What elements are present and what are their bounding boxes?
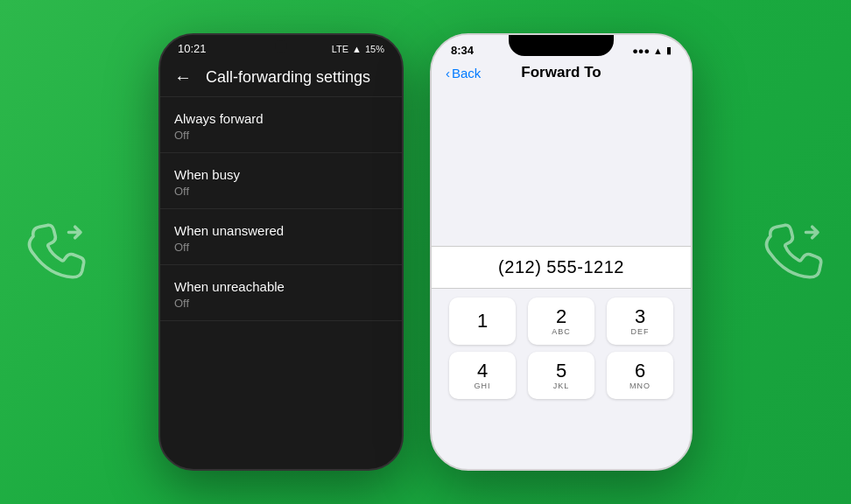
iphone-phone-number-display: (212) 555-1212 (498, 257, 624, 276)
android-menu-item-value: Off (174, 129, 388, 142)
iphone-time: 8:34 (451, 44, 474, 57)
key-number: 1 (477, 312, 488, 331)
bg-phone-forward-right-icon (755, 213, 833, 291)
android-menu-item[interactable]: Always forwardOff (160, 97, 402, 153)
android-status-icons: LTE ▲ 15% (332, 44, 384, 54)
android-menu-item-label: Always forward (174, 111, 388, 126)
keypad-key[interactable]: 4GHI (449, 352, 516, 399)
iphone-wifi-icon: ▲ (653, 46, 663, 56)
key-number: 2 (556, 307, 566, 326)
iphone-empty-area (432, 88, 691, 246)
iphone-notch (509, 35, 614, 56)
iphone-status-icons: ●●● ▲ ▮ (632, 45, 672, 56)
android-menu-item[interactable]: When unansweredOff (160, 209, 402, 265)
keypad-key[interactable]: 3DEF (607, 298, 673, 345)
keypad-grid: 12ABC3DEF4GHI5JKL6MNO (449, 298, 673, 399)
key-letters: GHI (474, 382, 490, 390)
keypad-key[interactable]: 6MNO (607, 352, 673, 399)
chevron-left-icon: ‹ (446, 66, 450, 80)
keypad-key[interactable]: 5JKL (528, 352, 594, 399)
android-menu-item[interactable]: When unreachableOff (160, 265, 402, 321)
iphone-nav-bar: ‹ Back Forward To (432, 60, 691, 88)
key-number: 5 (556, 361, 566, 381)
key-letters: ABC (552, 327, 571, 336)
phones-container: 10:21 LTE ▲ 15% ← Call-forwarding settin… (158, 33, 693, 471)
android-phone: 10:21 LTE ▲ 15% ← Call-forwarding settin… (158, 33, 404, 471)
android-menu-item-label: When unanswered (174, 223, 388, 238)
android-menu-item-value: Off (174, 297, 388, 310)
android-menu-item-label: When busy (174, 167, 388, 182)
key-number: 6 (635, 361, 645, 381)
key-letters: DEF (631, 327, 650, 336)
iphone-back-label: Back (452, 66, 481, 80)
android-battery: 15% (365, 44, 384, 54)
android-menu-item[interactable]: When busyOff (160, 153, 402, 209)
android-header: ← Call-forwarding settings (160, 59, 402, 97)
keypad-row: 12ABC3DEF (449, 298, 673, 345)
keypad-key[interactable]: 1 (449, 298, 516, 345)
key-letters: MNO (629, 382, 651, 390)
android-menu-item-value: Off (174, 241, 388, 254)
iphone-battery-icon: ▮ (666, 45, 672, 56)
android-notch (275, 40, 287, 52)
android-back-icon[interactable]: ← (174, 67, 192, 88)
key-number: 3 (635, 307, 645, 326)
iphone-keypad: 12ABC3DEF4GHI5JKL6MNO (432, 289, 691, 415)
android-page-title: Call-forwarding settings (206, 68, 370, 87)
iphone-back-button[interactable]: ‹ Back (446, 66, 481, 80)
android-menu-item-label: When unreachable (174, 279, 388, 294)
iphone: 8:34 ●●● ▲ ▮ ‹ Back Forward To (212) 555… (430, 33, 693, 471)
iphone-phone-input[interactable]: (212) 555-1212 (432, 246, 691, 289)
android-time: 10:21 (178, 42, 207, 55)
android-carrier: LTE (332, 44, 348, 54)
key-number: 4 (477, 361, 488, 381)
android-signal-icon: ▲ (352, 44, 362, 54)
iphone-nav-title: Forward To (521, 64, 601, 81)
keypad-key[interactable]: 2ABC (528, 298, 594, 345)
android-menu-list: Always forwardOffWhen busyOffWhen unansw… (160, 97, 402, 321)
key-letters: JKL (553, 382, 570, 390)
keypad-row: 4GHI5JKL6MNO (449, 352, 673, 399)
bg-phone-forward-left-icon (18, 213, 96, 291)
android-menu-item-value: Off (174, 185, 388, 198)
iphone-signal-icon: ●●● (632, 46, 650, 56)
